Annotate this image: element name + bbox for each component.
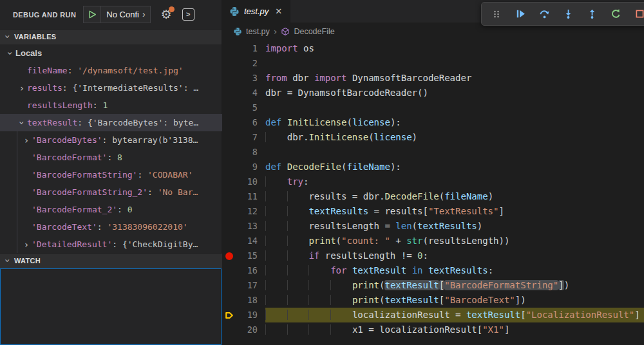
code-line-text: def InitLicense(license): bbox=[265, 115, 644, 130]
separator: : bbox=[137, 170, 147, 180]
variable-row[interactable]: ›'BarcodeBytes': bytearray(b'3138… bbox=[0, 131, 222, 149]
chevron-right-icon[interactable]: › bbox=[21, 240, 32, 249]
code-line[interactable]: 2 bbox=[223, 56, 644, 71]
code-line[interactable]: 15 if resultsLength != 0: bbox=[223, 248, 644, 263]
variable-row[interactable]: ›'BarcodeFormat': 8 bbox=[0, 149, 222, 166]
separator: : bbox=[93, 100, 103, 110]
breakpoint-gutter[interactable] bbox=[223, 311, 235, 320]
code-token: dbr. bbox=[287, 132, 309, 142]
editor-group: test.py ✕ test.py › DecodeFile 1import o… bbox=[223, 0, 644, 345]
variable-row[interactable]: ›Locals bbox=[0, 44, 222, 62]
debug-console-button[interactable]: > bbox=[182, 8, 194, 21]
code-line[interactable]: 6def InitLicense(license): bbox=[223, 115, 644, 130]
code-token: (resultsLength)) bbox=[422, 236, 509, 246]
code-line[interactable]: 1import os bbox=[223, 41, 644, 56]
continue-button[interactable] bbox=[511, 5, 530, 24]
line-number: 12 bbox=[235, 204, 265, 219]
chevron-down-icon[interactable]: › bbox=[17, 118, 26, 128]
vscode-window: DEBUG AND RUN No Confi › ⚙ > › V bbox=[0, 0, 644, 345]
code-line[interactable]: 10 try: bbox=[223, 174, 644, 189]
breakpoint-gutter[interactable] bbox=[223, 252, 235, 260]
separator: : bbox=[62, 83, 73, 93]
variable-row[interactable]: ›'BarcodeText': '31383096022010' bbox=[0, 218, 222, 236]
breakpoint-icon[interactable] bbox=[225, 252, 233, 260]
line-number: 18 bbox=[235, 293, 265, 308]
variable-row[interactable]: ›'BarcodeFormatString': 'CODABAR' bbox=[0, 166, 222, 183]
code-line[interactable]: 4dbr = DynamsoftBarcodeReader() bbox=[223, 86, 644, 100]
separator: : bbox=[117, 205, 128, 214]
close-icon[interactable]: ✕ bbox=[273, 5, 284, 17]
code-token: license bbox=[374, 132, 412, 142]
code-line[interactable]: 3from dbr import DynamsoftBarcodeReader bbox=[223, 71, 644, 86]
variable-row[interactable]: ›textResult: {'BarcodeBytes': byte… bbox=[0, 114, 222, 131]
tab-testpy[interactable]: test.py ✕ bbox=[223, 0, 290, 23]
chevron-down-icon[interactable]: › bbox=[142, 9, 150, 21]
variable-value: {'IntermediateResults': … bbox=[72, 83, 198, 93]
code-line[interactable]: 9def DecodeFile(fileName): bbox=[223, 160, 644, 174]
indent-guide bbox=[265, 176, 287, 187]
debug-settings-button[interactable]: ⚙ bbox=[161, 8, 172, 21]
code-token: resultsLength != bbox=[319, 250, 417, 261]
code-line[interactable]: 5 bbox=[223, 100, 644, 115]
indent-guide bbox=[308, 324, 330, 335]
code-token: def bbox=[265, 162, 281, 172]
step-into-button[interactable] bbox=[558, 5, 578, 24]
code-token: ( bbox=[368, 132, 374, 142]
code-line[interactable]: 14 print("count: " + str(resultsLength)) bbox=[223, 234, 644, 248]
code-line[interactable]: 13 resultsLength = len(textResults) bbox=[223, 219, 644, 234]
breadcrumb-file[interactable]: test.py bbox=[246, 27, 270, 36]
gutter: 3 bbox=[223, 71, 265, 86]
variable-row[interactable]: ›'BarcodeFormatString_2': 'No Bar… bbox=[0, 183, 222, 201]
code-token: ]) bbox=[515, 295, 526, 305]
debug-console-icon: > bbox=[186, 11, 190, 18]
code-line[interactable]: 20 x1 = localizationResult["X1"] bbox=[223, 322, 644, 337]
variable-row[interactable]: ›'DetailedResult': {'CheckDigitBy… bbox=[0, 236, 222, 253]
python-icon bbox=[229, 6, 240, 17]
variable-name: fileName bbox=[27, 66, 68, 75]
variable-row[interactable]: ›fileName: '/dynamsoft/test.jpg' bbox=[0, 62, 222, 79]
watch-section-header[interactable]: › WATCH bbox=[0, 253, 222, 268]
code-line[interactable]: 12 textResults = results["TextResults"] bbox=[223, 204, 644, 219]
code-token bbox=[346, 265, 352, 275]
line-number: 17 bbox=[235, 278, 265, 293]
breadcrumb-symbol[interactable]: DecodeFile bbox=[294, 27, 334, 36]
code-line[interactable]: 17 print(textResult["BarcodeFormatString… bbox=[223, 278, 644, 293]
variable-row[interactable]: ›resultsLength: 1 bbox=[0, 97, 222, 114]
step-out-button[interactable] bbox=[582, 5, 601, 24]
variable-value: 'CODABAR' bbox=[147, 170, 193, 180]
gutter: 17 bbox=[223, 278, 265, 293]
code-line-text: x1 = localizationResult["X1"] bbox=[265, 322, 644, 337]
indent-guide bbox=[308, 280, 330, 290]
debug-sidebar: DEBUG AND RUN No Confi › ⚙ > › V bbox=[0, 0, 222, 345]
separator: : bbox=[77, 118, 88, 127]
code-line[interactable]: 16 for textResult in textResults: bbox=[223, 263, 644, 278]
step-over-button[interactable] bbox=[535, 5, 554, 24]
code-line[interactable]: 18 print(textResult["BarcodeText"]) bbox=[223, 293, 644, 308]
variable-row[interactable]: ›results: {'IntermediateResults': … bbox=[0, 79, 222, 97]
variables-section-header[interactable]: › VARIABLES bbox=[0, 29, 222, 44]
gripper-icon bbox=[491, 9, 502, 19]
start-debug-button[interactable] bbox=[84, 6, 100, 23]
separator: : bbox=[147, 187, 158, 197]
chevron-down-icon[interactable]: › bbox=[6, 48, 15, 59]
restart-button[interactable] bbox=[606, 5, 625, 24]
code-line[interactable]: 7 dbr.InitLicense(license) bbox=[223, 130, 644, 145]
code-token: os bbox=[298, 43, 314, 53]
chevron-right-icon[interactable]: › bbox=[17, 84, 27, 93]
stop-button[interactable] bbox=[630, 5, 644, 24]
chevron-right-icon[interactable]: › bbox=[21, 136, 32, 145]
indent-guide bbox=[287, 206, 309, 216]
toolbar-drag-handle[interactable] bbox=[487, 5, 506, 24]
code-token: textResult bbox=[384, 295, 439, 305]
launch-config-select[interactable]: No Confi bbox=[101, 10, 142, 19]
code-line[interactable]: 19 localizationResult = textResult["Loca… bbox=[223, 308, 644, 322]
code-token: "TextResults" bbox=[428, 206, 499, 216]
variable-row[interactable]: ›'BarcodeFormat_2': 0 bbox=[0, 201, 222, 218]
code-token: localizationResult = bbox=[352, 310, 466, 320]
code-line[interactable]: 11 results = dbr.DecodeFile(fileName) bbox=[223, 189, 644, 204]
code-line-text: resultsLength = len(textResults) bbox=[265, 219, 644, 234]
code-token: resultsLength = bbox=[308, 221, 395, 231]
indent-guide bbox=[287, 310, 309, 320]
watch-list-empty[interactable] bbox=[0, 268, 222, 345]
code-line[interactable]: 8 bbox=[223, 145, 644, 160]
